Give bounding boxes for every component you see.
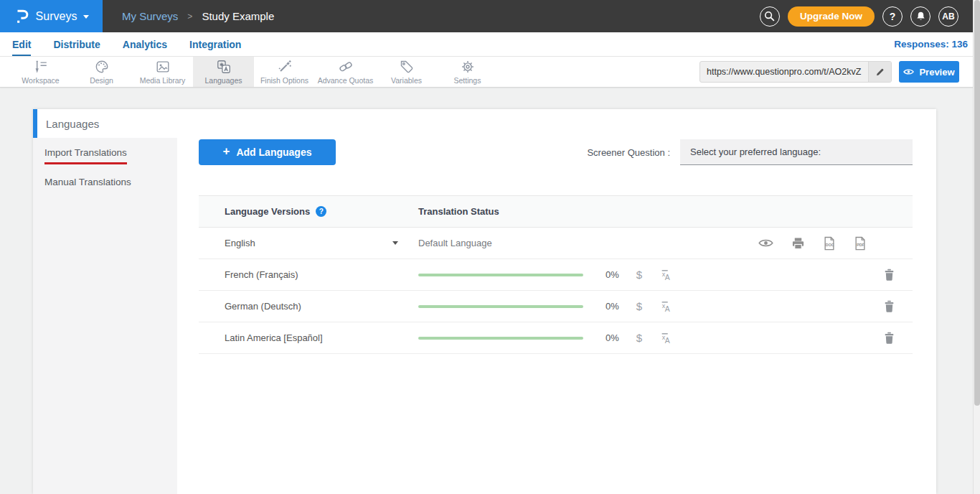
edit-url-button[interactable] [868,62,891,82]
trash-icon [884,300,895,313]
translation-percent: 0% [606,332,623,343]
language-dropdown-icon[interactable] [392,241,398,245]
design-icon [94,59,110,75]
view-survey-button[interactable] [758,238,773,248]
translate-button[interactable]: x A [657,299,671,313]
translate-button[interactable]: x A [657,331,671,345]
breadcrumb: My Surveys > Study Example [122,10,274,22]
translation-percent: 0% [606,301,623,312]
avatar-initials: AB [942,11,954,22]
search-button[interactable] [760,6,780,27]
top-bar: Surveys My Surveys > Study Example Upgra… [0,0,980,32]
svg-text:A: A [665,274,670,281]
questionpro-logo-icon [14,8,29,25]
notifications-button[interactable] [910,6,930,27]
chevron-down-icon [83,15,89,19]
add-languages-button[interactable]: + Add Languages [199,139,336,165]
section-titlebar[interactable]: Languages [33,109,936,138]
table-row-french: French (Français) 0% $ x A [199,259,913,291]
delete-language-button[interactable] [884,332,895,345]
survey-url-input[interactable] [700,62,868,82]
upgrade-now-button[interactable]: Upgrade Now [788,6,875,27]
breadcrumb-my-surveys[interactable]: My Surveys [122,10,178,22]
preview-button[interactable]: Preview [899,61,959,83]
languages-sidebar: Import Translations Manual Translations [33,138,177,494]
export-doc-button[interactable]: DOC [823,236,836,251]
scrollbar-thumb[interactable] [974,0,980,406]
sidebar-item-manual-translations[interactable]: Manual Translations [44,177,166,187]
breadcrumb-separator-icon: > [187,11,192,22]
toolbar-item-design[interactable]: Design [71,57,132,87]
languages-panel: + Add Languages Screener Question : Sele… [177,138,936,494]
translation-progress-bar [418,337,583,340]
export-actions: DOC PDF [758,236,867,251]
languages-card: Languages Import Translations Manual Tra… [33,109,936,494]
translate-icon: x A [657,299,671,313]
help-button[interactable]: ? [882,6,903,27]
trash-icon [884,332,895,345]
default-language-status: Default Language [418,238,492,248]
tab-analytics[interactable]: Analytics [123,32,167,56]
advance-quotas-icon [338,59,354,75]
content-area: Languages Import Translations Manual Tra… [0,88,980,494]
trash-icon [884,269,895,281]
delete-language-button[interactable] [884,300,895,313]
sidebar-item-import-translations[interactable]: Import Translations [44,147,166,164]
screener-question-label: Screener Question : [587,147,670,158]
toolbar-item-media-library[interactable]: Media Library [132,57,193,87]
tab-edit[interactable]: Edit [12,32,31,56]
avatar[interactable]: AB [938,6,958,27]
language-name-cell: French (Français) [199,269,418,280]
translation-progress-bar [418,274,583,276]
print-survey-button[interactable] [791,237,805,250]
screener-question-select[interactable]: Select your preferred language: [680,139,913,165]
translate-button[interactable]: x A [657,268,671,281]
svg-text:A: A [665,337,670,345]
translation-quote-button[interactable]: $ [633,269,646,281]
printer-icon [791,237,805,250]
eye-icon [903,68,914,75]
default-language-status-cell: Default Language [418,236,913,251]
tab-distribute[interactable]: Distribute [53,32,100,56]
toolbar-right: Preview [699,57,980,87]
bell-icon [915,11,926,22]
edit-toolbar: Workspace Design Media Library Languages [0,56,980,88]
column-language-versions: Language Versions ? [199,206,418,217]
toolbar-item-finish-options[interactable]: Finish Options [254,57,315,87]
toolbar-item-variables[interactable]: Variables [376,57,437,87]
toolbar-item-workspace[interactable]: Workspace [10,57,71,87]
question-mark-icon: ? [890,11,896,22]
language-status-cell: 0% $ x A [418,299,913,313]
toolbar-item-advance-quotas[interactable]: Advance Quotas [315,57,376,87]
search-icon [764,11,775,22]
language-name-cell: German (Deutsch) [199,301,418,312]
svg-text:A: A [665,305,670,313]
product-switcher[interactable]: Surveys [0,0,103,32]
settings-icon [460,59,476,75]
active-section-indicator [33,109,37,138]
page-title: Languages [46,118,99,130]
export-pdf-button[interactable]: PDF [854,236,867,251]
translate-icon: x A [657,268,671,281]
page-scrollbar [973,0,980,494]
languages-table: Language Versions ? Translation Status E… [199,195,913,354]
column-translation-status: Translation Status [418,206,913,217]
tab-integration[interactable]: Integration [189,32,241,56]
table-row-latin-america: Latin America [Español] 0% $ x A [199,322,913,354]
responses-count-link[interactable]: Responses: 136 [894,39,968,50]
translation-progress-bar [418,305,583,308]
translation-quote-button[interactable]: $ [633,332,646,344]
toolbar-item-settings[interactable]: Settings [437,57,498,87]
language-status-cell: 0% $ x A [418,268,913,281]
language-name-cell: Latin America [Español] [199,332,418,343]
help-icon[interactable]: ? [316,206,326,217]
translation-percent: 0% [606,269,623,280]
workspace-icon [33,59,49,75]
delete-language-button[interactable] [884,269,895,281]
screener-question-group: Screener Question : Select your preferre… [587,139,913,165]
nav-tabs: Edit Distribute Analytics Integration [12,32,241,56]
translation-quote-button[interactable]: $ [633,300,646,312]
toolbar-item-languages[interactable]: Languages [193,57,254,87]
breadcrumb-current: Study Example [202,10,274,22]
default-language-name: English [225,238,255,248]
